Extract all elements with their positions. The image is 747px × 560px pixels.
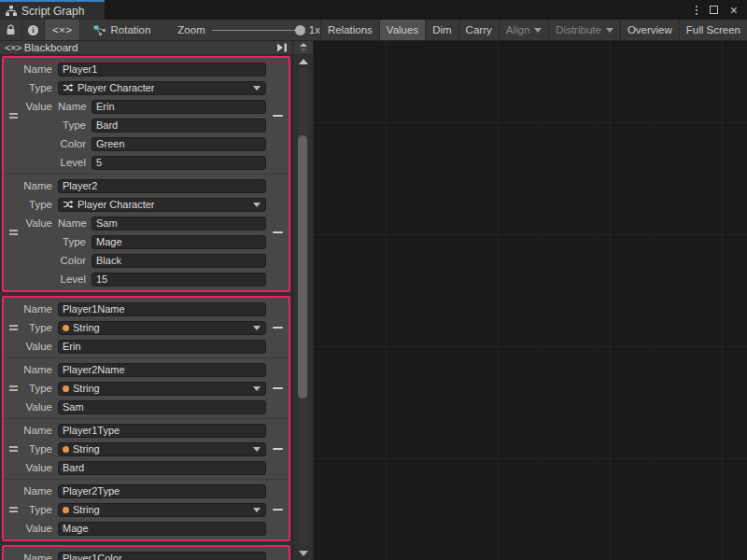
close-icon[interactable]: ×	[730, 6, 738, 15]
variable-name-input[interactable]	[58, 363, 266, 377]
script-graph-window: Script Graph × i <×>	[0, 0, 747, 560]
field-row: Color	[4, 251, 266, 270]
field-row: Level	[4, 270, 266, 288]
toolbar-button-distribute[interactable]: Distribute	[549, 20, 620, 40]
kebab-menu-icon[interactable]	[696, 6, 698, 15]
field-row: Value	[4, 337, 266, 356]
toolbar-button-values[interactable]: Values	[380, 20, 425, 40]
chevron-down-icon	[253, 447, 261, 452]
toolbar-button-carry[interactable]: Carry	[459, 20, 499, 40]
titlebar-spacer	[105, 0, 696, 20]
variable-name-input[interactable]	[58, 179, 266, 193]
tab-script-graph[interactable]: Script Graph	[0, 0, 105, 20]
remove-variable-button[interactable]	[272, 228, 284, 237]
dock-right-icon[interactable]	[276, 43, 288, 52]
variable-name-input[interactable]	[58, 63, 266, 77]
drag-handle-icon[interactable]	[8, 322, 19, 333]
blackboard-scrollbar	[293, 41, 314, 560]
sub-row-label: Name	[58, 217, 92, 229]
graph-glyph-icon: <×>	[5, 42, 21, 53]
scroll-down-icon	[299, 551, 308, 556]
scrollbar-thumb[interactable]	[298, 135, 307, 399]
field-row: Name	[4, 421, 266, 440]
variable-value-input[interactable]	[58, 461, 266, 475]
remove-variable-button[interactable]	[272, 111, 284, 120]
field-row: Type	[4, 116, 266, 134]
lock-icon	[6, 24, 16, 35]
toolbar-right: RelationsValuesDimCarryAlignDistributeOv…	[320, 20, 747, 40]
variable-name-input[interactable]	[58, 484, 266, 498]
toolbar-button-full-screen[interactable]: Full Screen	[680, 20, 747, 40]
scroll-down-button[interactable]	[293, 547, 313, 560]
variable-type-dropdown[interactable]: String	[58, 442, 266, 456]
variable-type-dropdown[interactable]: Player Character	[58, 198, 266, 212]
field-row: Value	[4, 398, 266, 416]
value-type-input[interactable]	[92, 119, 266, 133]
remove-variable-button[interactable]	[272, 384, 284, 393]
drag-handle-icon[interactable]	[8, 227, 19, 238]
remove-variable-button[interactable]	[272, 505, 284, 514]
toolbar-separator	[79, 20, 80, 40]
scrollbar-track[interactable]	[298, 68, 308, 547]
toolbar-button-dim[interactable]: Dim	[426, 20, 458, 40]
toolbar-button-overview[interactable]: Overview	[621, 20, 679, 40]
chevron-down-icon	[606, 28, 613, 33]
rotation-button[interactable]: Rotation	[86, 20, 157, 40]
variable-name-input[interactable]	[58, 302, 266, 316]
value-color-input[interactable]	[92, 254, 266, 268]
variable-name-input[interactable]	[58, 552, 266, 560]
variable-value-input[interactable]	[58, 522, 266, 536]
toolbar-button-label: Relations	[328, 24, 373, 35]
value-level-input[interactable]	[92, 156, 266, 170]
row-label: Name	[4, 553, 58, 560]
field-row: TypeString	[4, 440, 266, 458]
drag-handle-icon[interactable]	[8, 504, 19, 515]
drag-handle-icon[interactable]	[8, 110, 19, 121]
field-row: Color	[4, 134, 266, 153]
drag-handle-icon[interactable]	[8, 383, 19, 394]
mini-scroll-down-icon[interactable]	[300, 49, 307, 52]
value-level-input[interactable]	[92, 273, 266, 287]
scroll-up-button[interactable]	[293, 55, 313, 68]
string-type-icon	[63, 325, 69, 331]
variable-group-player1name: NameTypeStringValue	[4, 298, 289, 357]
row-label: Name	[4, 180, 58, 191]
lock-button[interactable]	[0, 20, 21, 40]
remove-variable-button[interactable]	[272, 444, 284, 454]
toolbar-button-label: Dim	[432, 24, 451, 35]
maximize-icon[interactable]	[710, 6, 718, 14]
main-area: <×> Blackboard NameTypePlayer CharacterV…	[0, 41, 747, 560]
selection-outline: Name	[2, 545, 290, 560]
variable-type-dropdown[interactable]: String	[58, 321, 266, 335]
script-graph-type-icon	[63, 83, 74, 92]
mini-scroll-up-icon[interactable]	[300, 43, 307, 47]
value-name-input[interactable]	[92, 100, 266, 114]
zoom-slider-handle[interactable]	[295, 25, 305, 35]
variable-value-input[interactable]	[58, 340, 266, 354]
zoom-slider[interactable]	[212, 30, 303, 31]
rotation-label: Rotation	[110, 24, 150, 35]
variable-group-player2: NameTypePlayer CharacterValueNameTypeCol…	[4, 175, 289, 290]
variable-type-dropdown[interactable]: String	[58, 382, 266, 396]
row-label: Value	[4, 401, 58, 413]
value-color-input[interactable]	[92, 137, 266, 151]
value-name-input[interactable]	[92, 217, 266, 231]
variable-type-label: String	[73, 322, 249, 333]
scrollbar-header	[293, 41, 313, 55]
blackboard-title: Blackboard	[24, 42, 78, 53]
graph-pointer-button[interactable]: <×>	[45, 20, 79, 40]
toolbar-button-align[interactable]: Align	[500, 20, 549, 40]
value-type-input[interactable]	[92, 235, 266, 249]
remove-variable-button[interactable]	[272, 323, 284, 332]
drag-handle-icon[interactable]	[8, 443, 19, 455]
minus-icon	[273, 509, 283, 511]
variable-type-dropdown[interactable]: Player Character	[58, 81, 266, 95]
row-label: Name	[4, 303, 58, 315]
blackboard-panel: <×> Blackboard NameTypePlayer CharacterV…	[0, 41, 293, 560]
variable-value-input[interactable]	[58, 400, 266, 414]
variable-type-dropdown[interactable]: String	[58, 503, 266, 517]
variable-name-input[interactable]	[58, 424, 266, 438]
graph-canvas[interactable]	[314, 41, 747, 560]
info-button[interactable]: i	[22, 20, 44, 40]
toolbar-button-relations[interactable]: Relations	[321, 20, 379, 40]
